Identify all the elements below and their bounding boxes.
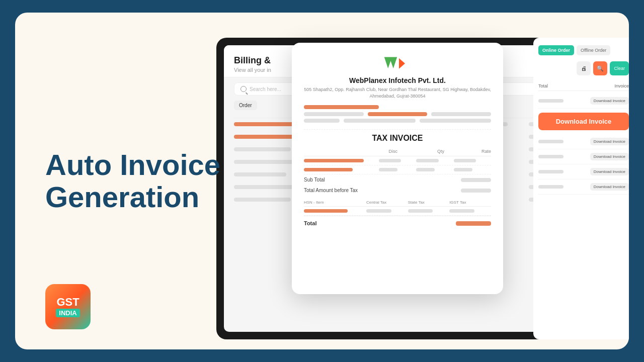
svg-marker-0 bbox=[384, 57, 397, 68]
download-invoice-highlight-button[interactable]: Download Invoice bbox=[538, 113, 629, 130]
download-invoice-button-4[interactable]: Download Invoice bbox=[590, 168, 629, 175]
main-title: Auto Invoice Generation bbox=[45, 149, 220, 213]
download-row-3: Download Invoice bbox=[538, 149, 629, 164]
subtotal-row: Sub Total bbox=[304, 174, 491, 185]
main-container: Auto Invoice Generation GST INDIA Billin… bbox=[15, 13, 629, 349]
invoice-row-2 bbox=[304, 165, 491, 174]
filter-buttons: Online Order Offline Order bbox=[538, 45, 629, 55]
tab-order[interactable]: Order bbox=[234, 101, 257, 110]
search-button[interactable]: 🔍 bbox=[593, 61, 607, 75]
clear-button[interactable]: Clear bbox=[610, 61, 629, 75]
invoice-row-1 bbox=[304, 156, 491, 165]
total-label: Total bbox=[304, 220, 316, 226]
tablet-wrapper: Billing & View all your in Search here..… bbox=[216, 23, 629, 349]
action-buttons: 🖨 🔍 Clear bbox=[538, 61, 629, 75]
gst-label: GST bbox=[56, 297, 79, 308]
print-icon[interactable]: 🖨 bbox=[577, 61, 591, 75]
right-table-header: Total Invoice bbox=[538, 81, 629, 91]
download-invoice-button-3[interactable]: Download Invoice bbox=[590, 153, 629, 160]
company-name: WebPlanex Infotech Pvt. Ltd. bbox=[304, 76, 491, 84]
download-row-2: Download Invoice bbox=[538, 134, 629, 149]
gst-badge: GST INDIA bbox=[45, 284, 91, 329]
total-before-tax-row: Total Amount before Tax bbox=[304, 185, 491, 196]
download-row-1: Download Invoice bbox=[538, 94, 629, 109]
col-total-label: Total bbox=[538, 83, 548, 88]
left-section: Auto Invoice Generation bbox=[45, 149, 220, 213]
svg-marker-1 bbox=[399, 58, 405, 69]
download-row-4: Download Invoice bbox=[538, 164, 629, 179]
invoice-table-header: Disc Qty Rate bbox=[304, 147, 491, 156]
invoice-logo bbox=[304, 55, 491, 72]
company-address: 505 Shapath2, Opp. Rajhansh Club, Near G… bbox=[304, 86, 491, 99]
hsn-row bbox=[304, 207, 491, 216]
total-row: Total bbox=[304, 216, 491, 230]
india-label: INDIA bbox=[56, 309, 79, 317]
tax-invoice-title: TAX INVOICE bbox=[304, 134, 491, 143]
search-placeholder: Search here... bbox=[250, 86, 281, 92]
offline-order-button[interactable]: Offline Order bbox=[577, 45, 610, 55]
hsn-header: HSN - Item Central Tax State Tax IGST Ta… bbox=[304, 199, 491, 207]
col-invoice-label: Invoice bbox=[614, 83, 629, 88]
subtotal-label: Sub Total bbox=[304, 177, 325, 183]
download-row-5: Download Invoice bbox=[538, 179, 629, 195]
invoice-skeleton-top bbox=[304, 105, 491, 130]
hsn-section: HSN - Item Central Tax State Tax IGST Ta… bbox=[304, 196, 491, 216]
company-logo-svg bbox=[382, 55, 413, 72]
invoice-popup: WebPlanex Infotech Pvt. Ltd. 505 Shapath… bbox=[292, 43, 503, 294]
online-order-button[interactable]: Online Order bbox=[538, 45, 574, 55]
download-invoice-button-2[interactable]: Download Invoice bbox=[590, 138, 629, 145]
download-invoice-button-5[interactable]: Download Invoice bbox=[590, 183, 629, 191]
right-panel: Online Order Offline Order 🖨 🔍 Clear Tot… bbox=[533, 38, 629, 339]
download-invoice-button-1[interactable]: Download Invoice bbox=[590, 97, 629, 105]
search-icon bbox=[240, 86, 247, 92]
total-before-tax-label: Total Amount before Tax bbox=[304, 188, 358, 193]
